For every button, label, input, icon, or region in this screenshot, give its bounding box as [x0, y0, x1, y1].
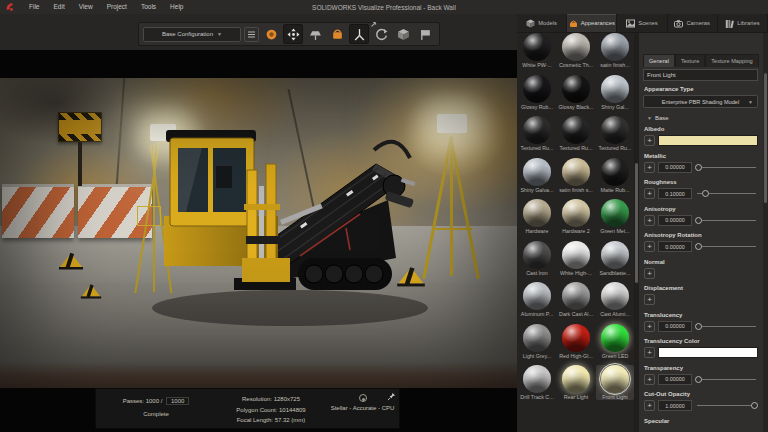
pin-icon[interactable]: [387, 392, 396, 401]
appearance-swatch[interactable]: Shiny Galva...: [518, 158, 556, 193]
value-input[interactable]: 1.00000: [658, 400, 692, 411]
menu-edit[interactable]: Edit: [46, 0, 71, 14]
add-texture-button[interactable]: +: [644, 268, 655, 279]
appearance-swatch[interactable]: Cast Alumi...: [596, 282, 634, 317]
appearance-swatch[interactable]: Light Grey...: [518, 324, 556, 359]
appearance-swatch[interactable]: Dark Cast Al...: [557, 282, 595, 317]
prop-tab-general[interactable]: General: [643, 54, 675, 67]
prop-tab-texture[interactable]: Texture: [675, 54, 705, 67]
base-section-header[interactable]: ▼Base: [647, 115, 669, 121]
tab-appearances[interactable]: Appearances: [567, 14, 617, 32]
add-texture-button[interactable]: +: [644, 215, 655, 226]
appearance-type-dropdown[interactable]: Enterprise PBR Shading Model ▼: [643, 95, 758, 108]
add-texture-button[interactable]: +: [644, 347, 655, 358]
value-slider[interactable]: [695, 374, 758, 385]
render-viewport[interactable]: Yellow horizontal directional drill rig …: [0, 50, 517, 432]
render-mode-button[interactable]: [261, 24, 281, 44]
color-swatch[interactable]: [658, 135, 758, 146]
lighting-button[interactable]: [305, 24, 325, 44]
value-slider[interactable]: [695, 321, 758, 332]
property-label: Roughness: [644, 179, 758, 185]
add-texture-button[interactable]: +: [644, 294, 655, 305]
appearance-bucket-button[interactable]: [327, 24, 347, 44]
tab-scenes[interactable]: Scenes: [617, 14, 667, 32]
passes-total-input[interactable]: 1000: [166, 397, 189, 405]
menu-file[interactable]: File: [22, 0, 46, 14]
appearance-swatch[interactable]: White High-...: [557, 241, 595, 276]
configuration-list-button[interactable]: [244, 27, 259, 42]
appearance-swatch[interactable]: Hardware 2: [557, 199, 595, 234]
bucket-icon: [569, 19, 578, 28]
appearance-swatch[interactable]: Cosmetic Th...: [557, 33, 595, 68]
slider-knob[interactable]: [702, 190, 709, 197]
appearance-swatch[interactable]: Hardware: [518, 199, 556, 234]
appearance-swatch[interactable]: Sandblaste...: [596, 241, 634, 276]
add-texture-button[interactable]: +: [644, 321, 655, 332]
slider-knob[interactable]: [751, 402, 758, 409]
slider-knob[interactable]: [695, 323, 702, 330]
menu-help[interactable]: Help: [163, 0, 190, 14]
appearance-name-input[interactable]: [643, 69, 758, 81]
value-input[interactable]: 0.10000: [658, 188, 692, 199]
appearance-swatch[interactable]: Green LED: [596, 324, 634, 359]
tab-models[interactable]: Models: [517, 14, 567, 32]
slider-knob[interactable]: [695, 164, 702, 171]
value-input[interactable]: 0.00000: [658, 374, 692, 385]
add-texture-button[interactable]: +: [644, 374, 655, 385]
appearance-swatch[interactable]: Rear Light: [557, 365, 595, 400]
tab-cameras[interactable]: Cameras: [668, 14, 718, 32]
appearance-swatch[interactable]: satin finish s...: [557, 158, 595, 193]
material-sphere: [523, 33, 551, 61]
appearance-swatch[interactable]: Matte Rub...: [596, 158, 634, 193]
swatch-name: Shiny Galva...: [518, 187, 556, 193]
appearance-swatch[interactable]: Glossy Black...: [557, 75, 595, 110]
value-slider[interactable]: [695, 162, 758, 173]
render-status-overlay: Passes: 1000 / 1000 Complete Resolution:…: [95, 388, 400, 429]
appearance-swatch[interactable]: Green Met...: [596, 199, 634, 234]
value-input[interactable]: 0.00000: [658, 241, 692, 252]
value-slider[interactable]: [695, 215, 758, 226]
appearance-swatch[interactable]: Front Light: [596, 365, 634, 400]
properties-scrollbar[interactable]: [763, 33, 768, 432]
add-texture-button[interactable]: +: [644, 400, 655, 411]
value-slider[interactable]: [695, 188, 758, 199]
appearance-swatch[interactable]: Aluminum P...: [518, 282, 556, 317]
value-slider[interactable]: [695, 400, 758, 411]
color-swatch[interactable]: [658, 347, 758, 358]
appearance-swatch[interactable]: Glossy Rub...: [518, 75, 556, 110]
prop-tab-texture-mapping[interactable]: Texture Mapping: [705, 54, 758, 67]
menu-project[interactable]: Project: [100, 0, 134, 14]
appearance-swatch[interactable]: White PW-...: [518, 33, 556, 68]
slider-knob[interactable]: [695, 376, 702, 383]
appearance-swatch[interactable]: Textured Ru...: [596, 116, 634, 151]
scrollbar-thumb[interactable]: [635, 163, 638, 283]
value-input[interactable]: 0.00000: [658, 215, 692, 226]
appearance-swatch[interactable]: satin finish...: [596, 33, 634, 68]
expand-toolbar-icon[interactable]: ↗: [370, 20, 377, 29]
appearance-swatch[interactable]: Textured Ru...: [557, 116, 595, 151]
add-texture-button[interactable]: +: [644, 241, 655, 252]
value-slider[interactable]: [695, 241, 758, 252]
slider-knob[interactable]: [695, 243, 702, 250]
appearance-swatch[interactable]: Drill Track C...: [518, 365, 556, 400]
appearance-swatch[interactable]: Textured Ru...: [518, 116, 556, 151]
pivot-button[interactable]: [349, 24, 369, 44]
scrollbar-thumb[interactable]: [764, 73, 767, 203]
appearance-swatch[interactable]: Shiny Gal...: [596, 75, 634, 110]
add-texture-button[interactable]: +: [644, 135, 655, 146]
pan-button[interactable]: [415, 24, 435, 44]
chevron-down-icon: ▼: [217, 31, 222, 37]
menu-view[interactable]: View: [72, 0, 100, 14]
appearance-swatch[interactable]: Cast Iron: [518, 241, 556, 276]
value-input[interactable]: 0.00000: [658, 321, 692, 332]
tab-libraries[interactable]: Libraries: [718, 14, 768, 32]
value-input[interactable]: 0.00000: [658, 162, 692, 173]
configuration-dropdown[interactable]: Base Configuration ▼: [143, 27, 241, 42]
menu-tools[interactable]: Tools: [134, 0, 163, 14]
add-texture-button[interactable]: +: [644, 188, 655, 199]
add-texture-button[interactable]: +: [644, 162, 655, 173]
model-box-button[interactable]: [393, 24, 413, 44]
appearance-swatch[interactable]: Red High-Gl...: [557, 324, 595, 359]
slider-knob[interactable]: [695, 217, 702, 224]
navigate-button[interactable]: [283, 24, 303, 44]
